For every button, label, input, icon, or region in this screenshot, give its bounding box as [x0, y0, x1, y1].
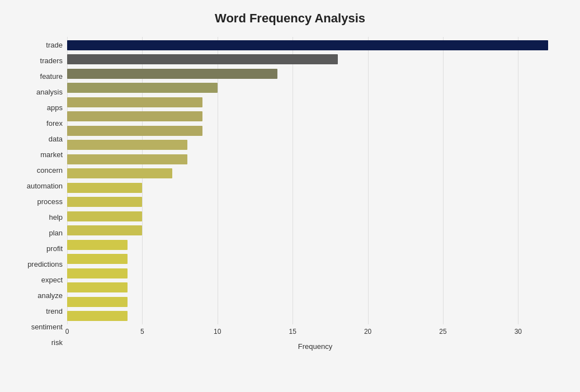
bar	[67, 268, 128, 278]
bar-row	[67, 139, 563, 151]
bar	[67, 197, 142, 207]
bar	[67, 240, 128, 250]
bar-row	[67, 210, 563, 223]
y-label: automation	[27, 178, 63, 193]
bar	[67, 183, 142, 193]
bar	[67, 311, 128, 321]
y-label: analysis	[36, 84, 63, 99]
bar-row	[67, 153, 563, 166]
bar-row	[67, 224, 563, 237]
y-label: help	[49, 210, 63, 225]
bar-row	[67, 82, 563, 94]
bar	[67, 111, 202, 121]
bar-row	[67, 310, 563, 322]
bar	[67, 282, 128, 292]
x-tick: 25	[439, 328, 446, 336]
bar-row	[67, 196, 563, 208]
bar-row	[67, 110, 563, 122]
bar-row	[67, 68, 563, 80]
x-tick: 30	[515, 328, 522, 336]
bar	[67, 83, 218, 93]
y-label: process	[37, 194, 63, 209]
bar	[67, 297, 128, 307]
bar-row	[67, 281, 563, 294]
bar	[67, 54, 338, 64]
x-axis-wrapper: 051015202530 Frequency	[67, 324, 563, 351]
bar	[67, 140, 187, 150]
x-axis-label: Frequency	[67, 342, 563, 351]
bar	[67, 40, 548, 50]
y-label: traders	[40, 53, 63, 68]
bar	[67, 254, 128, 264]
y-label: feature	[40, 69, 63, 83]
bar-row	[67, 167, 563, 180]
chart-container: Word Frequency Analysis tradetradersfeat…	[0, 0, 580, 392]
y-label: trade	[46, 37, 63, 52]
bar-row	[67, 239, 563, 251]
x-tick: 0	[65, 328, 69, 336]
chart-area: tradetradersfeatureanalysisappsforexdata…	[17, 37, 563, 351]
y-label: analyze	[37, 289, 63, 303]
x-tick: 20	[364, 328, 371, 336]
bar	[67, 126, 202, 136]
y-label: plan	[49, 226, 63, 240]
bar-row	[67, 96, 563, 108]
bar	[67, 168, 172, 178]
bar	[67, 69, 277, 79]
y-axis-labels: tradetradersfeatureanalysisappsforexdata…	[17, 37, 67, 351]
bar-row	[67, 125, 563, 137]
x-tick: 15	[289, 328, 296, 336]
y-label: forex	[46, 116, 63, 130]
bars-wrapper	[67, 37, 563, 324]
y-label: data	[49, 131, 63, 146]
bar	[67, 154, 187, 164]
x-tick: 10	[214, 328, 221, 336]
y-label: apps	[47, 100, 63, 115]
y-label: trend	[46, 304, 63, 319]
y-label: sentiment	[31, 320, 63, 334]
y-label: market	[40, 147, 63, 162]
y-label: predictions	[27, 257, 63, 272]
bar-row	[67, 253, 563, 265]
y-label: profit	[46, 242, 63, 256]
chart-title: Word Frequency Analysis	[17, 11, 563, 26]
bar-row	[67, 182, 563, 194]
x-axis: 051015202530	[67, 328, 563, 339]
bar-row	[67, 39, 563, 51]
bar	[67, 225, 142, 235]
y-label: risk	[51, 336, 63, 350]
bar-row	[67, 53, 563, 65]
x-tick: 5	[140, 328, 144, 336]
bar-row	[67, 267, 563, 280]
grid-and-bars	[67, 37, 563, 324]
bars-and-grid: 051015202530 Frequency	[67, 37, 563, 351]
y-label: concern	[37, 163, 63, 177]
y-label: expect	[41, 273, 63, 287]
bar	[67, 211, 142, 221]
bar	[67, 97, 202, 107]
bar-row	[67, 296, 563, 308]
